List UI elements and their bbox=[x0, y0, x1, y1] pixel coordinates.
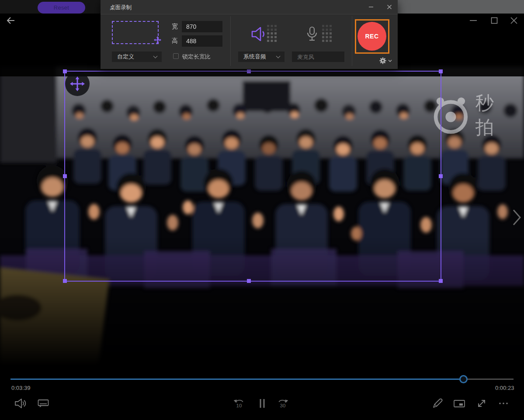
move-cross-icon bbox=[154, 36, 161, 44]
captions-icon bbox=[38, 398, 49, 409]
more-ellipsis-icon bbox=[498, 398, 509, 409]
maximize-icon bbox=[490, 17, 498, 24]
resize-handle-bottom-left[interactable] bbox=[63, 279, 67, 283]
rec-button[interactable]: REC bbox=[357, 22, 386, 51]
seek-progress bbox=[10, 379, 463, 380]
lock-aspect-label: 锁定长宽比 bbox=[182, 53, 211, 61]
next-button[interactable] bbox=[511, 208, 522, 227]
background-titlebar-right bbox=[397, 0, 524, 14]
skip-back-button[interactable]: 10 bbox=[233, 397, 246, 410]
system-audio-value: 系统音频 bbox=[243, 53, 266, 61]
resize-handle-bottom-right[interactable] bbox=[439, 279, 443, 283]
fullscreen-button[interactable] bbox=[475, 397, 488, 410]
resize-handle-top-mid[interactable] bbox=[247, 69, 251, 73]
window-close-button[interactable] bbox=[510, 17, 518, 24]
skip-forward-30-icon: 30 bbox=[276, 396, 289, 410]
skip-forward-button[interactable]: 30 bbox=[276, 397, 289, 410]
minimize-icon bbox=[469, 17, 477, 24]
size-preset-value: 自定义 bbox=[117, 53, 134, 61]
skip-forward-value: 30 bbox=[280, 403, 286, 408]
pause-button[interactable] bbox=[256, 397, 269, 410]
desktop-recorder-panel: 桌面录制 bbox=[101, 0, 398, 69]
region-preview-move[interactable] bbox=[154, 36, 161, 44]
recorder-minimize-button[interactable] bbox=[363, 0, 379, 14]
region-preview-box[interactable] bbox=[112, 21, 159, 44]
volume-icon bbox=[14, 398, 28, 409]
chevron-down-icon bbox=[276, 54, 281, 59]
move-cross-icon bbox=[70, 76, 85, 91]
back-button[interactable] bbox=[5, 16, 16, 25]
captions-button[interactable] bbox=[37, 397, 50, 410]
close-icon bbox=[510, 17, 518, 24]
width-input[interactable] bbox=[182, 21, 222, 32]
recorder-titlebar[interactable]: 桌面录制 bbox=[101, 0, 398, 14]
elapsed-time: 0:03:39 bbox=[11, 385, 30, 391]
settings-control[interactable] bbox=[379, 57, 392, 64]
gear-icon bbox=[379, 57, 386, 64]
seek-thumb[interactable] bbox=[459, 375, 468, 383]
chevron-down-icon bbox=[388, 59, 392, 62]
mic-volume-level-indicator bbox=[322, 25, 332, 44]
system-audio-icon bbox=[251, 27, 267, 41]
seek-bar[interactable] bbox=[10, 375, 514, 383]
watermark-text: 秒拍 bbox=[475, 91, 500, 140]
resize-handle-top-right[interactable] bbox=[439, 69, 443, 73]
microphone-input[interactable] bbox=[292, 52, 344, 62]
resize-handle-mid-left[interactable] bbox=[63, 174, 67, 178]
system-audio-dropdown[interactable]: 系统音频 bbox=[238, 52, 285, 62]
width-label: 宽 bbox=[172, 23, 178, 31]
reset-button[interactable]: Reset bbox=[38, 2, 85, 14]
more-button[interactable] bbox=[497, 397, 510, 410]
fullscreen-icon bbox=[476, 398, 487, 409]
edit-button[interactable] bbox=[431, 397, 444, 410]
window-minimize-button[interactable] bbox=[469, 17, 477, 24]
size-preset-dropdown[interactable]: 自定义 bbox=[112, 52, 162, 62]
remaining-time: 0:00:23 bbox=[495, 385, 514, 391]
skip-back-10-icon: 10 bbox=[233, 396, 246, 410]
pencil-icon bbox=[432, 398, 443, 409]
close-icon bbox=[387, 4, 392, 10]
recorder-title: 桌面录制 bbox=[110, 4, 132, 11]
chevron-down-icon bbox=[153, 54, 158, 59]
divider bbox=[352, 16, 352, 66]
capture-region[interactable] bbox=[64, 71, 441, 282]
recorder-close-button[interactable] bbox=[381, 0, 398, 14]
minimize-icon bbox=[368, 4, 374, 10]
skip-back-value: 10 bbox=[236, 403, 242, 408]
divider bbox=[230, 16, 231, 66]
picture-in-picture-icon bbox=[453, 398, 465, 409]
chevron-right-icon bbox=[511, 208, 522, 227]
lock-aspect-checkbox[interactable] bbox=[173, 53, 179, 59]
mini-player-button[interactable] bbox=[453, 397, 466, 410]
microphone-icon bbox=[306, 26, 318, 43]
pause-icon bbox=[256, 397, 268, 410]
volume-button[interactable] bbox=[14, 397, 28, 410]
resize-handle-bottom-mid[interactable] bbox=[247, 279, 251, 283]
region-move-handle[interactable] bbox=[65, 72, 90, 96]
window-maximize-button[interactable] bbox=[490, 17, 498, 24]
resize-handle-top-left[interactable] bbox=[63, 69, 67, 73]
system-volume-level-indicator bbox=[267, 25, 277, 44]
height-input[interactable] bbox=[182, 35, 222, 47]
screen: Reset bbox=[0, 0, 524, 420]
height-label: 高 bbox=[172, 37, 178, 45]
back-arrow-icon bbox=[5, 16, 16, 25]
resize-handle-mid-right[interactable] bbox=[439, 174, 443, 178]
